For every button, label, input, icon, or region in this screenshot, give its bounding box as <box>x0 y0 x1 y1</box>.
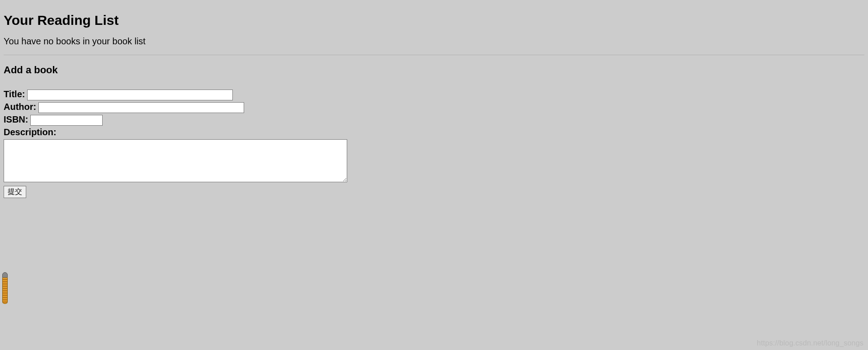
empty-list-message: You have no books in your book list <box>4 36 864 47</box>
submit-button[interactable]: 提交 <box>4 186 26 198</box>
isbn-label: ISBN: <box>4 113 28 126</box>
watermark-text: https://blog.csdn.net/long_songs <box>757 339 863 347</box>
author-label: Author: <box>4 100 36 113</box>
description-row: Description: <box>4 126 864 182</box>
author-input[interactable] <box>38 102 244 113</box>
isbn-row: ISBN: <box>4 113 864 126</box>
description-textarea[interactable] <box>4 139 347 182</box>
description-label: Description: <box>4 126 57 138</box>
title-label: Title: <box>4 88 25 100</box>
thermometer-icon <box>2 272 8 305</box>
author-row: Author: <box>4 100 864 113</box>
section-divider <box>4 55 864 55</box>
page-title: Your Reading List <box>4 13 864 28</box>
add-book-heading: Add a book <box>4 64 864 76</box>
title-row: Title: <box>4 88 864 100</box>
isbn-input[interactable] <box>30 115 103 126</box>
title-input[interactable] <box>27 90 233 100</box>
